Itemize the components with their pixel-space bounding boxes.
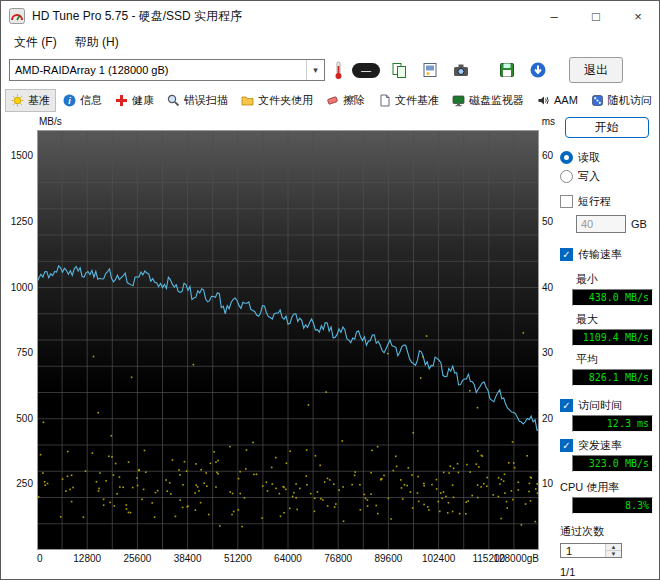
access-time-checkbox[interactable]: ✓: [560, 399, 573, 412]
axis-tick: 51200: [224, 553, 252, 564]
tab-label: 文件基准: [395, 93, 439, 108]
chevron-down-icon: ▾: [306, 60, 324, 80]
short-stroke-row[interactable]: 短行程: [560, 194, 653, 209]
write-radio-label: 写入: [578, 169, 600, 184]
left-axis-label: MB/s: [39, 116, 62, 130]
axis-tick: 40: [542, 282, 553, 293]
write-radio[interactable]: [560, 170, 573, 183]
tab-label: AAM: [554, 94, 578, 106]
speaker-icon: [537, 94, 550, 107]
eraser-icon: [326, 94, 339, 107]
copy-image-icon: [421, 61, 439, 79]
tab-file-benchmark[interactable]: 文件基准: [372, 89, 445, 112]
axis-tick: 89600: [374, 553, 402, 564]
close-button[interactable]: ×: [617, 1, 659, 31]
chart-canvas: [37, 130, 539, 550]
axis-tick: 76800: [324, 553, 352, 564]
tab-benchmark[interactable]: 基准: [5, 89, 56, 112]
folder-icon: [241, 94, 254, 107]
short-stroke-label: 短行程: [578, 194, 611, 209]
tab-erase[interactable]: 擦除: [320, 89, 371, 112]
tab-folder-usage[interactable]: 文件夹使用: [235, 89, 319, 112]
thermometer-icon: [332, 61, 345, 80]
exit-button[interactable]: 退出: [569, 57, 623, 83]
axis-tick: 38400: [174, 553, 202, 564]
camera-icon: [452, 61, 470, 79]
short-stroke-unit: GB: [631, 218, 647, 230]
axis-tick: 128000gB: [493, 553, 539, 564]
copy-icon: [391, 62, 408, 79]
copy-image-button[interactable]: [418, 58, 442, 82]
axis-tick: 60: [542, 150, 553, 161]
axis-tick: 10: [542, 478, 553, 489]
cpu-usage-value: 8.3%: [572, 497, 653, 514]
dice-icon: [591, 94, 604, 107]
tab-error-scan[interactable]: 错误扫描: [161, 89, 234, 112]
tab-label: 随机访问: [608, 93, 652, 108]
save-button[interactable]: [495, 58, 519, 82]
burst-rate-label: 突发速率: [578, 438, 622, 453]
read-radio[interactable]: [560, 151, 573, 164]
pass-count-value: 1: [561, 544, 605, 557]
max-value: 1109.4 MB/s: [572, 329, 653, 346]
axis-tick: 20: [542, 413, 553, 424]
access-time-value: 12.3 ms: [572, 415, 653, 432]
burst-rate-value: 323.0 MB/s: [572, 455, 653, 472]
right-axis-label: ms: [542, 116, 555, 130]
right-axis-ticks: 605040302010: [539, 130, 557, 550]
benchmark-icon: [11, 94, 24, 107]
copy-text-button[interactable]: [387, 58, 411, 82]
monitor-icon: [452, 94, 465, 107]
tab-info[interactable]: i 信息: [57, 89, 108, 112]
minimize-button[interactable]: –: [533, 1, 575, 31]
transfer-rate-row[interactable]: ✓ 传输速率: [560, 247, 653, 262]
access-time-row[interactable]: ✓ 访问时间: [560, 398, 653, 413]
cpu-usage-label: CPU 使用率: [560, 480, 653, 495]
read-radio-label: 读取: [578, 150, 600, 165]
write-radio-row[interactable]: 写入: [560, 169, 653, 184]
magnifier-icon: [167, 94, 180, 107]
main-content: MB/s ms 150012501000750500250 6050403020…: [1, 113, 659, 579]
menu-file[interactable]: 文件 (F): [5, 32, 66, 53]
benchmark-chart: MB/s ms 150012501000750500250 6050403020…: [1, 113, 557, 579]
transfer-rate-checkbox[interactable]: ✓: [560, 248, 573, 261]
burst-rate-row[interactable]: ✓ 突发速率: [560, 438, 653, 453]
avg-label: 平均: [576, 352, 653, 367]
short-stroke-checkbox[interactable]: [560, 195, 573, 208]
tab-disk-monitor[interactable]: 磁盘监视器: [446, 89, 530, 112]
save-icon: [498, 61, 516, 79]
tab-aam[interactable]: AAM: [531, 90, 584, 111]
stepper-down-icon[interactable]: ▼: [606, 551, 621, 557]
progress-text: 1/1: [560, 566, 653, 578]
short-stroke-size-input[interactable]: 40: [576, 215, 626, 233]
axis-tick: 1000: [11, 282, 33, 293]
axis-tick: 12800: [73, 553, 101, 564]
health-cross-icon: [115, 94, 128, 107]
min-value: 438.0 MB/s: [572, 289, 653, 306]
tab-random-access[interactable]: 随机访问: [585, 89, 658, 112]
tab-label: 文件夹使用: [258, 93, 313, 108]
chart-plot-area: [37, 130, 539, 550]
tab-health[interactable]: 健康: [109, 89, 160, 112]
left-axis-ticks: 150012501000750500250: [1, 130, 37, 550]
axis-tick: 500: [16, 413, 33, 424]
read-radio-row[interactable]: 读取: [560, 150, 653, 165]
axis-tick: 250: [16, 478, 33, 489]
pass-count-stepper[interactable]: 1 ▲ ▼: [560, 543, 622, 558]
avg-value: 826.1 MB/s: [572, 369, 653, 386]
app-icon: [9, 8, 25, 24]
info-icon: i: [63, 94, 76, 107]
burst-rate-checkbox[interactable]: ✓: [560, 439, 573, 452]
screenshot-button[interactable]: [449, 58, 473, 82]
start-button[interactable]: 开始: [565, 117, 649, 138]
menu-help[interactable]: 帮助 (H): [66, 32, 128, 53]
axis-tick: 50: [542, 216, 553, 227]
stepper-up-icon[interactable]: ▲: [606, 544, 621, 551]
axis-tick: 0: [37, 553, 43, 564]
export-button[interactable]: [526, 58, 550, 82]
drive-selector[interactable]: AMD-RAIDArray 1 (128000 gB) ▾: [9, 59, 325, 81]
tab-label: 信息: [80, 93, 102, 108]
app-window: HD Tune Pro 5.75 - 硬盘/SSD 实用程序 – □ × 文件 …: [0, 0, 660, 580]
maximize-button[interactable]: □: [575, 1, 617, 31]
transfer-rate-label: 传输速率: [578, 247, 622, 262]
